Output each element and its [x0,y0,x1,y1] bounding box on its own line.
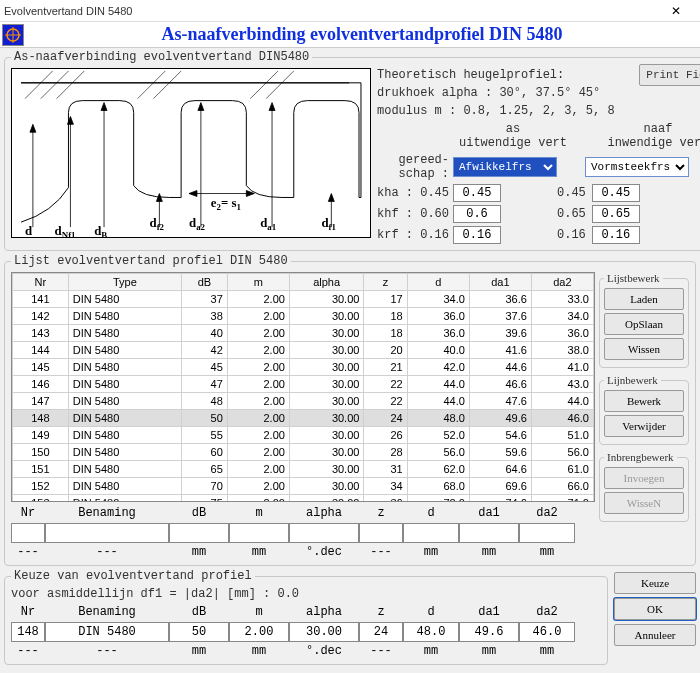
gereedschap-naaf-combo[interactable]: Vormsteekfrs [585,157,689,177]
table-row[interactable]: 142DIN 5480382.0030.001836.037.634.0 [13,308,594,325]
gereedschap-as-combo[interactable]: Afwikkelfrs [453,157,557,177]
table-row[interactable]: 153DIN 5480752.0030.003672.074.671.0 [13,495,594,503]
krf-as-input[interactable] [453,226,501,244]
verwijder-button[interactable]: Verwijder [604,415,684,437]
choice-z-input[interactable] [359,622,403,642]
hdr-m: m [229,605,289,619]
ok-button[interactable]: OK [614,598,696,620]
page-title: As-naafverbinding evolventvertandprofiel… [24,24,700,45]
svg-marker-19 [198,103,204,111]
edit-da1-input[interactable] [459,523,519,543]
table-row[interactable]: 152DIN 5480702.0030.003468.069.666.0 [13,478,594,495]
hdr-da2: da2 [519,605,575,619]
col-Type[interactable]: Type [68,274,181,291]
edit-m-input[interactable] [229,523,289,543]
wissen-button[interactable]: Wissen [604,338,684,360]
choice-nr-input[interactable] [11,622,45,642]
choice-dB-input[interactable] [169,622,229,642]
table-row[interactable]: 151DIN 5480652.0030.003162.064.661.0 [13,461,594,478]
edit-alpha-input[interactable] [289,523,359,543]
col-z[interactable]: z [364,274,407,291]
unit-label: mm [459,644,519,658]
as-sub: uitwendige vert [453,136,573,150]
khf-as-input[interactable] [453,205,501,223]
choice-alpha-input[interactable] [289,622,359,642]
edit-ben-input[interactable] [45,523,169,543]
svg-text:da2: da2 [189,216,206,232]
hdr-z: z [359,506,403,520]
naaf-label: naaf [603,122,700,136]
invoegen-button[interactable]: Invoegen [604,467,684,489]
svg-text:da1: da1 [260,216,276,232]
table-row[interactable]: 141DIN 5480372.0030.001734.036.633.0 [13,291,594,308]
hdr-d: d [403,605,459,619]
theo-alpha: drukhoek alpha : 30°, 37.5° 45° [377,86,700,100]
laden-button[interactable]: Laden [604,288,684,310]
table-row[interactable]: 146DIN 5480472.0030.002244.046.643.0 [13,376,594,393]
theo-modulus: modulus m : 0.8, 1.25, 2, 3, 5, 8 [377,104,700,118]
wissenN-button[interactable]: WisseN [604,492,684,514]
col-dB[interactable]: dB [182,274,228,291]
table-row[interactable]: 147DIN 5480482.0030.002244.047.644.0 [13,393,594,410]
table-row[interactable]: 150DIN 5480602.0030.002856.059.656.0 [13,444,594,461]
profile-table-scroll[interactable]: NrTypedBmalphazdda1da2 141DIN 5480372.00… [11,272,595,502]
edit-dB-input[interactable] [169,523,229,543]
svg-line-3 [25,71,53,99]
unit-label: --- [45,644,169,658]
svg-marker-23 [328,194,334,202]
unit-label: mm [519,545,575,559]
choice-d-input[interactable] [403,622,459,642]
col-m[interactable]: m [227,274,289,291]
unit-label: --- [45,545,169,559]
col-da2[interactable]: da2 [531,274,593,291]
svg-text:df2: df2 [149,216,164,232]
group-profile-legend: As-naafverbinding evolventvertand DIN548… [11,50,312,64]
unit-label: --- [359,545,403,559]
col-da1[interactable]: da1 [469,274,531,291]
naaf-sub: inwendige vert [603,136,700,150]
table-row[interactable]: 143DIN 5480402.0030.001836.039.636.0 [13,325,594,342]
edit-z-input[interactable] [359,523,403,543]
profile-table[interactable]: NrTypedBmalphazdda1da2 141DIN 5480372.00… [12,273,594,502]
kha-naaf-input[interactable] [592,184,640,202]
table-row[interactable]: 145DIN 5480452.0030.002142.044.641.0 [13,359,594,376]
choice-ben-input[interactable] [45,622,169,642]
hdr-alpha: alpha [289,506,359,520]
opslaan-button[interactable]: OpSlaan [604,313,684,335]
header-bar: As-naafverbinding evolventvertandprofiel… [0,22,700,48]
svg-line-6 [138,71,166,99]
svg-marker-11 [30,124,36,132]
close-icon[interactable]: ✕ [656,0,696,22]
svg-line-4 [41,71,69,99]
keuze-button[interactable]: Keuze [614,572,696,594]
annuleer-button[interactable]: Annuleer [614,624,696,646]
svg-marker-21 [269,103,275,111]
choice-da1-input[interactable] [459,622,519,642]
svg-text:d: d [25,224,32,237]
unit-label: mm [403,545,459,559]
as-label: as [453,122,573,136]
edit-nr-input[interactable] [11,523,45,543]
table-row[interactable]: 148DIN 5480502.0030.002448.049.646.0 [13,410,594,427]
choice-m-input[interactable] [229,622,289,642]
col-d[interactable]: d [407,274,469,291]
krf-naaf-txt: 0.16 [557,228,592,242]
table-row[interactable]: 144DIN 5480422.0030.002040.041.638.0 [13,342,594,359]
krf-naaf-input[interactable] [592,226,640,244]
svg-text:dNf1: dNf1 [55,224,76,237]
edit-da2-input[interactable] [519,523,575,543]
svg-text:e2= s1: e2= s1 [211,196,241,212]
table-row[interactable]: 149DIN 5480552.0030.002652.054.651.0 [13,427,594,444]
krf-label: krf : 0.16 [377,228,453,242]
hdr-d: d [403,506,459,520]
choice-da2-input[interactable] [519,622,575,642]
kha-as-input[interactable] [453,184,501,202]
col-Nr[interactable]: Nr [13,274,69,291]
svg-text:dB: dB [94,224,107,237]
print-fig-button[interactable]: Print Fig [639,64,700,86]
khf-naaf-input[interactable] [592,205,640,223]
col-alpha[interactable]: alpha [289,274,364,291]
edit-d-input[interactable] [403,523,459,543]
bewerk-button[interactable]: Bewerk [604,390,684,412]
hdr-Nr: Nr [11,605,45,619]
